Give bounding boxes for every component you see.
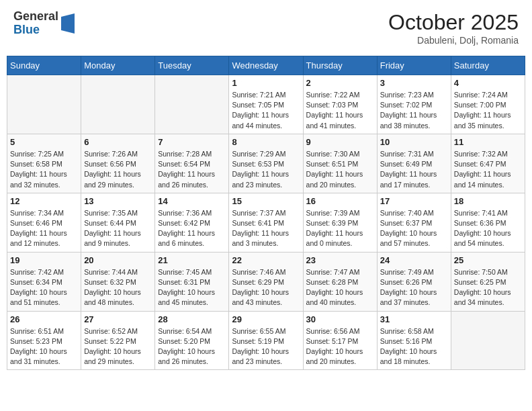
day-number: 16 (306, 196, 374, 206)
day-info-line: Daylight: 11 hours and 32 minutes. (10, 169, 78, 189)
day-cell: 31Sunrise: 6:58 AMSunset: 5:16 PMDayligh… (377, 311, 451, 370)
day-info-line: Daylight: 10 hours and 29 minutes. (84, 347, 152, 367)
day-cell: 2Sunrise: 7:22 AMSunset: 7:03 PMDaylight… (303, 75, 377, 134)
week-row-1: 1Sunrise: 7:21 AMSunset: 7:05 PMDaylight… (7, 75, 525, 134)
weekday-header-friday: Friday (377, 56, 451, 75)
day-cell: 19Sunrise: 7:42 AMSunset: 6:34 PMDayligh… (7, 252, 81, 311)
day-number: 5 (10, 137, 78, 147)
week-row-2: 5Sunrise: 7:25 AMSunset: 6:58 PMDaylight… (7, 134, 525, 193)
day-number: 20 (84, 255, 152, 265)
day-cell: 12Sunrise: 7:34 AMSunset: 6:46 PMDayligh… (7, 193, 81, 252)
day-cell: 5Sunrise: 7:25 AMSunset: 6:58 PMDaylight… (7, 134, 81, 193)
day-info-line: Daylight: 10 hours and 37 minutes. (380, 287, 448, 308)
day-info-line: Sunset: 5:20 PM (158, 336, 226, 347)
day-info-line: Sunrise: 7:40 AM (380, 208, 448, 218)
day-info-line: Sunset: 6:36 PM (454, 218, 522, 228)
day-info-line: Sunrise: 6:54 AM (158, 326, 226, 336)
day-number: 31 (380, 314, 448, 324)
day-info-line: Sunrise: 7:28 AM (158, 149, 226, 159)
day-number: 6 (84, 137, 152, 147)
day-info-line: Sunset: 6:31 PM (158, 277, 226, 287)
day-info-line: Sunrise: 6:52 AM (84, 326, 152, 336)
day-info-line: Sunrise: 7:21 AM (232, 90, 300, 100)
day-cell: 4Sunrise: 7:24 AMSunset: 7:00 PMDaylight… (451, 75, 525, 134)
day-info-line: Sunset: 5:16 PM (380, 336, 448, 347)
day-info-line: Daylight: 11 hours and 26 minutes. (158, 169, 226, 189)
day-info-line: Daylight: 11 hours and 35 minutes. (454, 110, 522, 130)
day-info-line: Sunset: 6:44 PM (84, 218, 152, 228)
day-number: 25 (454, 255, 522, 265)
day-cell: 6Sunrise: 7:26 AMSunset: 6:56 PMDaylight… (81, 134, 155, 193)
day-info-line: Daylight: 10 hours and 20 minutes. (306, 347, 374, 367)
day-cell: 17Sunrise: 7:40 AMSunset: 6:37 PMDayligh… (377, 193, 451, 252)
day-info-line: Daylight: 10 hours and 34 minutes. (454, 287, 522, 308)
day-info-line: Daylight: 11 hours and 44 minutes. (232, 110, 300, 130)
day-info-line: Daylight: 10 hours and 23 minutes. (232, 347, 300, 367)
calendar-table: SundayMondayTuesdayWednesdayThursdayFrid… (7, 56, 525, 370)
day-info-line: Sunrise: 7:50 AM (454, 267, 522, 277)
day-number: 11 (454, 137, 522, 147)
day-number: 27 (84, 314, 152, 324)
day-info-line: Sunset: 6:46 PM (10, 218, 78, 228)
day-info-line: Sunrise: 7:31 AM (380, 149, 448, 159)
day-number: 21 (158, 255, 226, 265)
day-info-line: Sunrise: 7:39 AM (306, 208, 374, 218)
day-info-line: Sunset: 6:42 PM (158, 218, 226, 228)
day-number: 7 (158, 137, 226, 147)
day-info-line: Sunset: 6:28 PM (306, 277, 374, 287)
day-info-line: Daylight: 11 hours and 12 minutes. (10, 228, 78, 248)
day-info-line: Sunrise: 7:23 AM (380, 90, 448, 100)
day-number: 1 (232, 78, 300, 88)
day-info-line: Daylight: 10 hours and 31 minutes. (10, 347, 78, 367)
day-info-line: Sunrise: 7:42 AM (10, 267, 78, 277)
day-info-line: Daylight: 10 hours and 45 minutes. (158, 287, 226, 308)
weekday-header-sunday: Sunday (7, 56, 81, 75)
day-number: 26 (10, 314, 78, 324)
day-info-line: Daylight: 11 hours and 3 minutes. (232, 228, 300, 248)
day-info-line: Sunrise: 7:34 AM (10, 208, 78, 218)
day-info-line: Daylight: 10 hours and 43 minutes. (232, 287, 300, 308)
day-cell: 7Sunrise: 7:28 AMSunset: 6:54 PMDaylight… (155, 134, 229, 193)
title-block: October 2025 Dabuleni, Dolj, Romania (388, 10, 519, 46)
day-info-line: Sunrise: 7:22 AM (306, 90, 374, 100)
day-info-line: Sunset: 6:37 PM (380, 218, 448, 228)
day-cell: 24Sunrise: 7:49 AMSunset: 6:26 PMDayligh… (377, 252, 451, 311)
day-info-line: Sunrise: 7:25 AM (10, 149, 78, 159)
day-info-line: Sunset: 6:41 PM (232, 218, 300, 228)
day-info-line: Daylight: 10 hours and 51 minutes. (10, 287, 78, 308)
logo-icon (61, 13, 75, 34)
day-info-line: Daylight: 10 hours and 57 minutes. (380, 228, 448, 248)
weekday-header-saturday: Saturday (451, 56, 525, 75)
day-info-line: Sunrise: 7:37 AM (232, 208, 300, 218)
day-info-line: Sunset: 6:47 PM (454, 159, 522, 169)
weekday-header-monday: Monday (81, 56, 155, 75)
day-number: 8 (232, 137, 300, 147)
day-cell: 3Sunrise: 7:23 AMSunset: 7:02 PMDaylight… (377, 75, 451, 134)
day-info-line: Sunset: 6:54 PM (158, 159, 226, 169)
day-info-line: Daylight: 10 hours and 48 minutes. (84, 287, 152, 308)
day-info-line: Sunrise: 7:41 AM (454, 208, 522, 218)
weekday-header-tuesday: Tuesday (155, 56, 229, 75)
day-info-line: Daylight: 11 hours and 41 minutes. (306, 110, 374, 130)
day-cell: 1Sunrise: 7:21 AMSunset: 7:05 PMDaylight… (229, 75, 303, 134)
day-info-line: Sunrise: 7:30 AM (306, 149, 374, 159)
day-info-line: Sunrise: 7:49 AM (380, 267, 448, 277)
day-cell: 15Sunrise: 7:37 AMSunset: 6:41 PMDayligh… (229, 193, 303, 252)
day-info-line: Sunset: 6:49 PM (380, 159, 448, 169)
day-info-line: Sunset: 6:58 PM (10, 159, 78, 169)
day-number: 23 (306, 255, 374, 265)
day-cell: 18Sunrise: 7:41 AMSunset: 6:36 PMDayligh… (451, 193, 525, 252)
day-info-line: Daylight: 11 hours and 0 minutes. (306, 228, 374, 248)
day-info-line: Sunset: 5:23 PM (10, 336, 78, 347)
day-info-line: Daylight: 10 hours and 26 minutes. (158, 347, 226, 367)
day-cell: 26Sunrise: 6:51 AMSunset: 5:23 PMDayligh… (7, 311, 81, 370)
weekday-header-row: SundayMondayTuesdayWednesdayThursdayFrid… (7, 56, 525, 75)
day-info-line: Daylight: 10 hours and 54 minutes. (454, 228, 522, 248)
day-number: 10 (380, 137, 448, 147)
day-info-line: Sunrise: 7:44 AM (84, 267, 152, 277)
day-info-line: Daylight: 11 hours and 20 minutes. (306, 169, 374, 189)
day-info-line: Daylight: 11 hours and 29 minutes. (84, 169, 152, 189)
day-info-line: Sunset: 6:26 PM (380, 277, 448, 287)
day-info-line: Sunset: 5:19 PM (232, 336, 300, 347)
day-info-line: Daylight: 11 hours and 38 minutes. (380, 110, 448, 130)
